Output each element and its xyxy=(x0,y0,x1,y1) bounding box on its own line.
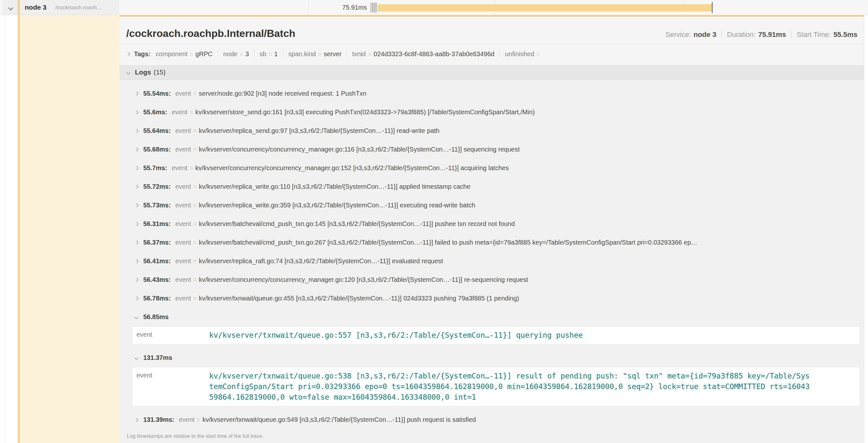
log-equals: = xyxy=(193,295,197,302)
service-label: Service: xyxy=(665,31,691,39)
log-kv-key: event xyxy=(136,330,209,338)
tag-equals: = xyxy=(536,51,540,58)
log-equals: = xyxy=(189,109,193,115)
log-field-key: event xyxy=(172,164,188,172)
chevron-right-icon xyxy=(135,417,143,422)
log-event-tick xyxy=(376,3,377,12)
log-entry-row[interactable]: 55.64ms:event=kv/kvserver/replica_send.g… xyxy=(120,121,864,140)
tag-value: 3 xyxy=(245,50,249,58)
tag-equals: = xyxy=(269,51,272,58)
log-message: kv/kvserver/replica_raft.go:74 [n3,s3,r6… xyxy=(199,258,443,265)
log-entry-row[interactable]: 56.43ms:event=kv/kvserver/concurrency/co… xyxy=(120,270,864,289)
log-event-end-marker xyxy=(712,2,713,13)
log-field-key: event xyxy=(176,276,191,283)
log-message: kv/kvserver/replica_send.go:97 [n3,s3,r6… xyxy=(199,127,439,135)
tag-divider xyxy=(218,50,218,58)
tag-item: unfinished= xyxy=(505,50,542,58)
log-message: kv/kvserver/batcheval/cmd_push_txn.go:14… xyxy=(199,220,515,228)
log-timestamp: 55.7ms: xyxy=(143,164,167,172)
chevron-down-icon xyxy=(135,314,143,320)
log-field-key: event xyxy=(176,220,191,228)
log-message: kv/kvserver/replica_write.go:110 [n3,s3,… xyxy=(199,183,470,190)
log-timestamp: 55.72ms: xyxy=(143,183,171,190)
span-duration-label: 75.91ms xyxy=(303,0,367,15)
log-field-key: event xyxy=(176,146,191,153)
tag-divider xyxy=(499,50,500,58)
log-message: kv/kvserver/concurrency/concurrency_mana… xyxy=(199,276,528,283)
span-operation-name: /cockroach.roach… xyxy=(55,0,102,15)
log-field-key: event xyxy=(176,295,191,302)
tags-label: Tags: xyxy=(134,50,151,58)
log-entry-row[interactable]: 55.54ms:event=server/node.go:902 [n3] no… xyxy=(120,84,864,103)
log-event-tick xyxy=(372,3,372,12)
log-entry-row[interactable]: 56.78ms:event=kv/kvserver/txnwait/queue.… xyxy=(120,289,864,308)
trace-detail-view: node 3 /cockroach.roach… 75.91ms /cockro… xyxy=(0,0,868,443)
span-summary: Service: node 3 Duration: 75.91ms Start … xyxy=(665,31,858,39)
log-equals: = xyxy=(193,146,197,153)
log-entry-row[interactable]: 55.73ms:event=kv/kvserver/replica_write.… xyxy=(120,196,864,214)
span-duration-bar[interactable] xyxy=(378,4,712,11)
log-equals: = xyxy=(193,258,197,265)
log-entry-row[interactable]: 131.39ms:event=kv/kvserver/txnwait/queue… xyxy=(120,410,864,429)
chevron-right-icon xyxy=(135,146,143,152)
log-message: kv/kvserver/concurrency/concurrency_mana… xyxy=(195,164,509,172)
tag-key: span.kind xyxy=(288,50,316,58)
tag-item: node=3 xyxy=(223,50,249,58)
log-kv-value: kv/kvserver/txnwait/queue.go:538 [n3,s3,… xyxy=(209,371,809,403)
chevron-right-icon xyxy=(135,221,143,227)
log-timestamp: 56.31ms: xyxy=(143,220,171,228)
log-field-key: event xyxy=(172,108,188,116)
tag-equals: = xyxy=(368,51,372,58)
tag-key: node xyxy=(223,50,238,58)
tag-divider xyxy=(254,50,254,58)
log-equals: = xyxy=(193,202,197,209)
log-event-tick xyxy=(371,3,371,12)
start-time-value: 55.5ms xyxy=(833,31,858,39)
log-timestamp: 56.78ms: xyxy=(143,295,171,302)
log-entry-row[interactable]: 55.72ms:event=kv/kvserver/replica_write.… xyxy=(120,177,864,196)
log-entry-row[interactable]: 55.68ms:event=kv/kvserver/concurrency/co… xyxy=(120,140,864,159)
log-entry-row[interactable]: 55.7ms:event=kv/kvserver/concurrency/con… xyxy=(120,159,864,177)
chevron-right-icon xyxy=(135,295,143,301)
chevron-right-icon xyxy=(135,183,143,190)
log-entry-row-expanded[interactable]: 56.85ms xyxy=(120,308,864,326)
log-timestamp: 56.37ms: xyxy=(143,239,171,246)
log-entry-row[interactable]: 56.37ms:event=kv/kvserver/batcheval/cmd_… xyxy=(120,233,864,252)
logs-count: (15) xyxy=(154,68,165,76)
duration-label: Duration: xyxy=(727,31,755,39)
log-equals: = xyxy=(193,276,197,283)
column-divider xyxy=(5,15,6,443)
tag-key: component xyxy=(156,50,188,58)
log-field-key: event xyxy=(176,239,191,246)
divider xyxy=(721,31,722,38)
span-detail-header: /cockroach.roachpb.Internal/Batch Servic… xyxy=(120,17,864,44)
log-entry-row[interactable]: 55.6ms:event=kv/kvserver/store_send.go:1… xyxy=(120,103,864,121)
log-field-key: event xyxy=(176,183,191,190)
duration-value: 75.91ms xyxy=(758,31,786,39)
tag-list: component=gRPCnode=3sb=1span.kind=server… xyxy=(156,50,542,58)
log-entry-row[interactable]: 56.31ms:event=kv/kvserver/batcheval/cmd_… xyxy=(120,214,864,233)
log-event-tick xyxy=(374,3,375,12)
span-timeline-row: node 3 /cockroach.roach… 75.91ms xyxy=(0,0,868,15)
log-message: kv/kvserver/store_send.go:161 [n3,s3] ex… xyxy=(195,108,535,116)
chevron-right-icon xyxy=(135,128,143,134)
chevron-down-icon xyxy=(135,355,143,361)
chevron-right-icon xyxy=(135,202,143,208)
tag-equals: = xyxy=(190,51,193,58)
log-equals: = xyxy=(197,416,200,423)
log-entry-row-expanded[interactable]: 131.37ms xyxy=(120,348,864,367)
service-color-strip xyxy=(18,0,20,15)
log-message: kv/kvserver/batcheval/cmd_push_txn.go:26… xyxy=(199,239,698,246)
log-timestamp: 55.6ms: xyxy=(143,108,167,116)
log-timestamp: 56.85ms xyxy=(143,313,169,321)
tags-accordion-header[interactable]: Tags: component=gRPCnode=3sb=1span.kind=… xyxy=(120,44,864,65)
tag-item: span.kind=server xyxy=(288,50,342,58)
span-name-cell[interactable]: node 3 /cockroach.roach… xyxy=(3,0,119,15)
service-value: node 3 xyxy=(693,31,716,39)
chevron-down-icon[interactable] xyxy=(9,5,12,11)
log-entry-row[interactable]: 56.41ms:event=kv/kvserver/replica_raft.g… xyxy=(120,252,864,270)
logs-list: 55.54ms:event=server/node.go:902 [n3] no… xyxy=(120,79,864,429)
log-field-key: event xyxy=(176,90,191,97)
logs-accordion-header[interactable]: Logs (15) xyxy=(120,65,864,79)
tag-divider xyxy=(283,50,283,58)
